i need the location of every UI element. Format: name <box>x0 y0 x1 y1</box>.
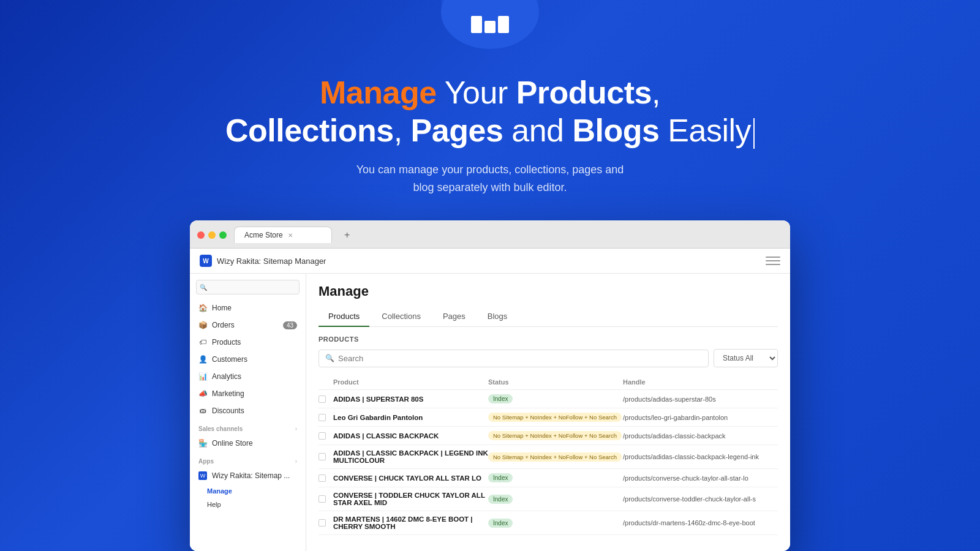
sidebar-item-discounts[interactable]: 🎟 Discounts <box>190 402 306 419</box>
table-row: DR MARTENS | 1460Z DMC 8-EYE BOOT | CHER… <box>318 511 778 535</box>
handle-6: /products/converse-toddler-chuck-taylor-… <box>623 495 778 503</box>
tab-pages[interactable]: Pages <box>433 307 475 327</box>
sidebar-search: 🔍 <box>196 280 300 294</box>
tab-collections[interactable]: Collections <box>372 307 431 327</box>
sidebar-item-wizy[interactable]: W Wizy Rakita: Sitemap ... <box>190 467 306 484</box>
logo-area <box>441 0 539 49</box>
handle-1: /products/adidas-superstar-80s <box>623 395 778 403</box>
hero-easily: Easily <box>659 113 751 148</box>
sidebar-marketing-label: Marketing <box>212 389 244 398</box>
hero-blogs: Blogs <box>572 113 659 148</box>
logo-bar-1 <box>471 16 482 33</box>
product-name-5: CONVERSE | CHUCK TAYLOR ALL STAR LO <box>333 474 488 482</box>
tab-blogs[interactable]: Blogs <box>478 307 518 327</box>
row-checkbox-4[interactable] <box>318 453 326 460</box>
browser-window: Acme Store ✕ + W Wizy Rakita: Sitemap Ma… <box>190 220 790 551</box>
table-row: CONVERSE | TODDLER CHUCK TAYLOR ALL STAR… <box>318 487 778 511</box>
page-title: Manage <box>318 283 778 299</box>
store-icon: 🏪 <box>198 439 207 448</box>
menu-button[interactable] <box>766 253 780 268</box>
status-badge-1: Index <box>488 394 513 403</box>
tab-products[interactable]: Products <box>318 307 369 327</box>
table-header: Product Status Handle <box>318 375 778 390</box>
logo-icon <box>471 16 509 33</box>
row-checkbox-6[interactable] <box>318 495 326 503</box>
home-icon: 🏠 <box>198 304 207 312</box>
row-checkbox-7[interactable] <box>318 519 326 527</box>
row-checkbox-5[interactable] <box>318 474 326 482</box>
row-checkbox-2[interactable] <box>318 414 326 421</box>
browser-chrome: Acme Store ✕ + <box>190 220 790 249</box>
products-section: PRODUCTS 🔍 Status All Index No Sitemap <box>306 327 790 551</box>
status-filter[interactable]: Status All Index No Sitemap <box>714 349 778 367</box>
orders-icon: 📦 <box>198 321 207 329</box>
traffic-lights <box>197 231 227 239</box>
menu-line-1 <box>766 257 780 258</box>
minimize-button[interactable] <box>208 231 216 239</box>
close-button[interactable] <box>197 231 205 239</box>
sales-section-label: Sales channels <box>198 425 243 432</box>
page-header: Manage Products Collections Pages Blogs <box>306 274 790 327</box>
status-badge-2: No Sitemap + NoIndex + NoFollow + No Sea… <box>488 413 622 422</box>
hero-pages: Pages <box>411 113 503 148</box>
col-status: Status <box>488 378 623 386</box>
wizy-icon: W <box>198 471 207 480</box>
sidebar-item-customers[interactable]: 👤 Customers <box>190 351 306 368</box>
sidebar-customers-label: Customers <box>212 355 247 364</box>
sidebar-item-marketing[interactable]: 📣 Marketing <box>190 385 306 402</box>
discounts-icon: 🎟 <box>198 407 207 415</box>
hero-title-line2: Collections, Pages and Blogs Easily <box>225 111 755 149</box>
sidebar-search-input[interactable] <box>196 280 300 294</box>
sidebar-item-analytics[interactable]: 📊 Analytics <box>190 368 306 385</box>
status-badge-7: Index <box>488 519 513 528</box>
browser-controls: Acme Store ✕ + <box>197 227 783 243</box>
col-handle: Handle <box>623 378 778 386</box>
handle-5: /products/converse-chuck-taylor-all-star… <box>623 474 778 482</box>
search-box: 🔍 <box>318 350 709 367</box>
hero-comma2: , <box>394 113 411 148</box>
online-store-label: Online Store <box>212 439 253 448</box>
handle-4: /products/adidas-classic-backpack-legend… <box>623 453 778 460</box>
status-badge-3: No Sitemap + NoIndex + NoFollow + No Sea… <box>488 431 622 440</box>
app-layout: 🔍 🏠 Home 📦 Orders 43 🏷 Products <box>190 274 790 551</box>
status-badge-4: No Sitemap + NoIndex + NoFollow + No Sea… <box>488 452 622 462</box>
new-tab-button[interactable]: + <box>339 227 355 243</box>
sidebar-item-products[interactable]: 🏷 Products <box>190 334 306 351</box>
maximize-button[interactable] <box>219 231 227 239</box>
product-name-6: CONVERSE | TODDLER CHUCK TAYLOR ALL STAR… <box>333 492 488 506</box>
apps-chevron-icon: › <box>295 458 297 465</box>
sidebar-item-orders[interactable]: 📦 Orders 43 <box>190 317 306 334</box>
sidebar-home-label: Home <box>212 304 232 312</box>
cursor <box>753 118 755 149</box>
app-name: Wizy Rakita: Sitemap Manager <box>217 257 326 266</box>
marketing-icon: 📣 <box>198 389 207 398</box>
hero-your: Your <box>437 75 516 110</box>
sidebar-item-help[interactable]: Help <box>190 498 306 511</box>
col-product: Product <box>333 378 488 386</box>
table-row: CONVERSE | CHUCK TAYLOR ALL STAR LO Inde… <box>318 469 778 487</box>
main-content: Manage Products Collections Pages Blogs … <box>306 274 790 551</box>
table-row: Leo Gri Gabardin Pantolon No Sitemap + N… <box>318 408 778 427</box>
apps-section-label: Apps <box>198 458 214 465</box>
tabs-bar: Products Collections Pages Blogs <box>318 307 778 327</box>
logo-bar-3 <box>498 16 509 33</box>
menu-line-2 <box>766 260 780 261</box>
tab-title: Acme Store <box>244 231 283 239</box>
status-badge-5: Index <box>488 473 513 482</box>
orders-badge: 43 <box>283 321 297 329</box>
sidebar-item-online-store[interactable]: 🏪 Online Store <box>190 435 306 452</box>
hero-subtitle: You can manage your products, collection… <box>225 161 755 197</box>
wizy-label: Wizy Rakita: Sitemap ... <box>212 471 290 480</box>
row-checkbox-3[interactable] <box>318 432 326 440</box>
app-container: W Wizy Rakita: Sitemap Manager 🔍 🏠 Home <box>190 249 790 551</box>
sidebar: 🔍 🏠 Home 📦 Orders 43 🏷 Products <box>190 274 306 551</box>
sidebar-search-icon: 🔍 <box>200 284 207 291</box>
sidebar-item-manage[interactable]: Manage <box>190 484 306 498</box>
sidebar-item-home[interactable]: 🏠 Home <box>190 299 306 317</box>
tab-close-icon[interactable]: ✕ <box>288 232 293 239</box>
row-checkbox-1[interactable] <box>318 395 326 403</box>
hero-and: and <box>503 113 572 148</box>
search-input[interactable] <box>338 354 702 363</box>
browser-tab[interactable]: Acme Store ✕ <box>234 227 332 243</box>
search-icon: 🔍 <box>325 354 334 362</box>
